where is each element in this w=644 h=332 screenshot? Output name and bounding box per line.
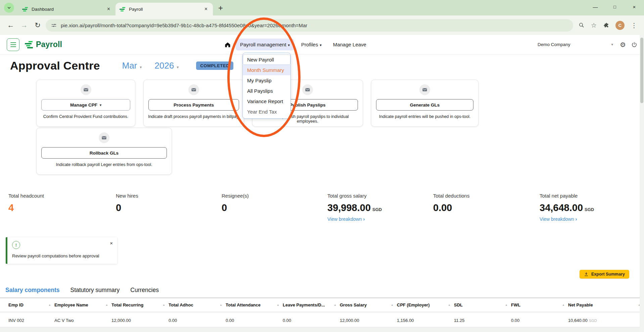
month-select[interactable]: Mar ▾ [122,60,142,71]
window-minimize-button[interactable]: — [586,4,605,10]
reload-button[interactable]: ↻ [31,21,44,29]
card-process-payments: Process Payments Indicate draft process … [143,80,244,127]
scrollbar-thumb[interactable] [640,38,643,103]
menu-item-variance-report[interactable]: Variance Report [243,96,290,107]
profile-avatar[interactable]: C [615,21,625,30]
tab-title: Payroll [129,7,203,12]
payroll-logo-icon [25,41,33,48]
menu-item-year-end-tax[interactable]: Year End Tax [243,107,290,117]
generate-gls-button[interactable]: Generate GLs [376,99,473,111]
hamburger-menu-button[interactable] [7,38,19,51]
stat-resignees: Resignee(s) 0 [222,193,327,222]
stat-value: 4 [8,202,14,213]
section-tabs: Salary components Statutory summary Curr… [5,287,644,295]
browser-menu-icon[interactable]: ⋮ [631,22,637,29]
alert-close-icon[interactable]: × [110,240,113,246]
stats-row: Total headcount 4 New hires 0 Resignee(s… [8,193,644,222]
action-cards-row-2: Rollback GLs Indicate rollback payroll L… [36,128,644,175]
col-fwl[interactable]: FWL▲ [511,298,568,312]
page-title: Approval Centre [10,59,100,72]
app-logo[interactable]: Payroll [25,40,62,49]
col-leave-payments[interactable]: Leave Payments/D...▲ [283,298,340,312]
home-icon[interactable] [224,41,231,48]
sort-icon: ▲ [48,303,51,306]
tab-statutory-summary[interactable]: Statutory summary [70,287,120,295]
tab-search-button[interactable] [4,3,14,13]
col-gross-salary[interactable]: Gross Salary▲ [340,298,397,312]
review-alert: ! × Review payroll computations before a… [6,237,117,264]
col-employee-name[interactable]: Employee Name▲ [54,298,111,312]
tab-payroll[interactable]: Payroll × [116,3,213,15]
currency-label: SGD [585,207,594,212]
sort-icon: ▲ [163,303,165,306]
app-header: Payroll Payroll management▾ Profiles▾ Ma… [0,35,644,54]
address-bar[interactable]: pie.xion.ai/payroll/month-total?companyI… [46,19,573,32]
url-text: pie.xion.ai/payroll/month-total?companyI… [61,23,307,28]
bookmark-star-icon[interactable]: ☆ [591,22,597,29]
caret-down-icon: ▾ [320,43,322,47]
payroll-management-menu: New Payroll Month Summary My Payslip All… [242,53,291,119]
col-total-recurring[interactable]: Total Recurring▲ [111,298,169,312]
tab-title: Dashboard [32,7,106,12]
envelope-icon [302,84,313,95]
tab-currencies[interactable]: Currencies [130,287,159,295]
sort-icon: ▲ [391,303,394,306]
table-header-row: Emp ID▲ Employee Name▲ Total Recurring▲ … [0,298,644,312]
view-breakdown-link[interactable]: View breakdown › [327,216,433,222]
year-select[interactable]: 2026 ▾ [154,60,179,71]
zoom-icon[interactable] [579,22,585,28]
forward-button[interactable]: → [17,21,31,29]
tab-salary-components[interactable]: Salary components [5,287,59,295]
tab-close-icon[interactable]: × [106,6,111,12]
settings-gear-icon[interactable]: ⚙ [620,41,626,48]
menu-item-month-summary[interactable]: Month Summary [243,65,290,75]
browser-window: Dashboard × Payroll × + — □ × ← → ↻ pie.… [0,0,644,332]
window-close-button[interactable]: × [625,4,644,10]
menu-item-all-payslips[interactable]: All Payslips [243,86,290,96]
currency-label: SGD [589,319,597,323]
stat-value: 0 [116,202,121,213]
caret-down-icon: ▾ [140,65,142,70]
company-caret-icon[interactable]: ▾ [611,42,613,47]
card-description: Indicate draft process payroll payments … [144,114,244,119]
site-info-icon[interactable] [51,23,57,28]
window-controls: — □ × [586,0,644,13]
col-total-attendance[interactable]: Total Attendance▲ [226,298,283,312]
export-summary-button[interactable]: Export Summary [580,270,629,279]
logout-power-icon[interactable] [631,42,637,48]
page-scrollbar [640,35,644,332]
company-selector[interactable]: Demo Company [538,42,570,47]
menu-item-new-payroll[interactable]: New Payroll [243,54,290,65]
nav-manage-leave[interactable]: Manage Leave [329,39,371,50]
chevron-right-icon: › [575,216,577,222]
sort-icon: ▲ [105,303,108,306]
browser-toolbar: ← → ↻ pie.xion.ai/payroll/month-total?co… [0,15,644,35]
sort-icon: ▲ [562,303,565,306]
menu-item-my-payslip[interactable]: My Payslip [243,75,290,86]
app-favicon [120,7,125,11]
col-cpf-employer[interactable]: CPF (Employer)▲ [397,298,454,312]
envelope-icon [81,84,91,95]
manage-cpf-button[interactable]: Manage CPF▾ [41,99,130,111]
stat-net-payable: Total net payable 34,648.00SGD View brea… [540,193,644,222]
tab-close-icon[interactable]: × [203,6,209,12]
caret-down-icon: ▾ [177,65,179,70]
back-button[interactable]: ← [4,21,17,29]
col-sdl[interactable]: SDL▲ [454,298,511,312]
sort-icon: ▲ [505,303,508,306]
nav-payroll-management[interactable]: Payroll management▾ [236,39,294,50]
extensions-icon[interactable] [603,22,609,28]
window-maximize-button[interactable]: □ [605,4,625,9]
col-net-payable[interactable]: Net Payable▲ [568,298,644,312]
new-tab-button[interactable]: + [218,4,223,12]
col-total-adhoc[interactable]: Total Adhoc▲ [169,298,226,312]
status-badge: COMPLETED [196,61,233,70]
col-emp-id[interactable]: Emp ID▲ [0,298,54,312]
app-nav: Payroll management▾ Profiles▾ Manage Lea… [224,39,371,50]
card-description: Indicate payroll entries will be pushed … [371,114,478,119]
view-breakdown-link[interactable]: View breakdown › [540,216,644,222]
rollback-gls-button[interactable]: Rollback GLs [41,147,167,159]
process-payments-button[interactable]: Process Payments [148,99,239,111]
tab-dashboard[interactable]: Dashboard × [18,3,116,15]
nav-profiles[interactable]: Profiles▾ [297,39,326,50]
